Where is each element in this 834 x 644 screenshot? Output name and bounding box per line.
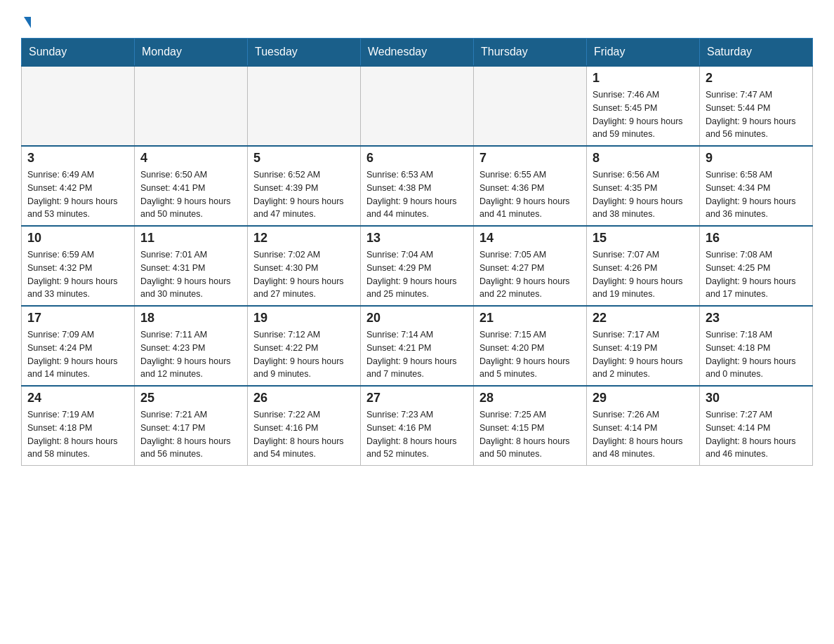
day-cell-empty — [248, 66, 361, 146]
day-cell-14: 14Sunrise: 7:05 AMSunset: 4:27 PMDayligh… — [474, 226, 587, 306]
day-number: 18 — [140, 311, 241, 326]
logo-text — [21, 14, 31, 28]
day-cell-22: 22Sunrise: 7:17 AMSunset: 4:19 PMDayligh… — [587, 306, 700, 386]
day-cell-5: 5Sunrise: 6:52 AMSunset: 4:39 PMDaylight… — [248, 146, 361, 226]
day-cell-empty — [474, 66, 587, 146]
day-info: Sunrise: 7:25 AMSunset: 4:15 PMDaylight:… — [479, 408, 581, 461]
day-number: 12 — [253, 231, 355, 246]
day-number: 20 — [366, 311, 468, 326]
day-number: 16 — [706, 231, 807, 246]
day-cell-30: 30Sunrise: 7:27 AMSunset: 4:14 PMDayligh… — [700, 386, 813, 466]
day-info: Sunrise: 6:55 AMSunset: 4:36 PMDaylight:… — [479, 168, 581, 221]
day-number: 7 — [479, 151, 581, 166]
day-cell-26: 26Sunrise: 7:22 AMSunset: 4:16 PMDayligh… — [248, 386, 361, 466]
day-number: 19 — [253, 311, 355, 326]
day-cell-13: 13Sunrise: 7:04 AMSunset: 4:29 PMDayligh… — [361, 226, 474, 306]
day-number: 4 — [140, 151, 241, 166]
day-info: Sunrise: 7:17 AMSunset: 4:19 PMDaylight:… — [593, 328, 694, 381]
day-cell-27: 27Sunrise: 7:23 AMSunset: 4:16 PMDayligh… — [361, 386, 474, 466]
day-number: 21 — [479, 311, 581, 326]
day-number: 29 — [593, 391, 694, 405]
day-cell-empty — [135, 66, 248, 146]
day-number: 11 — [140, 231, 241, 246]
week-row-1: 1Sunrise: 7:46 AMSunset: 5:45 PMDaylight… — [22, 66, 813, 146]
day-number: 25 — [140, 391, 241, 405]
week-row-5: 24Sunrise: 7:19 AMSunset: 4:18 PMDayligh… — [22, 386, 813, 466]
day-number: 27 — [366, 391, 468, 405]
logo-triangle-icon — [24, 17, 31, 28]
week-row-2: 3Sunrise: 6:49 AMSunset: 4:42 PMDaylight… — [22, 146, 813, 226]
calendar-table: SundayMondayTuesdayWednesdayThursdayFrid… — [21, 38, 813, 466]
day-number: 1 — [593, 71, 694, 86]
day-info: Sunrise: 7:09 AMSunset: 4:24 PMDaylight:… — [27, 328, 128, 381]
day-cell-21: 21Sunrise: 7:15 AMSunset: 4:20 PMDayligh… — [474, 306, 587, 386]
calendar-body: 1Sunrise: 7:46 AMSunset: 5:45 PMDaylight… — [22, 66, 813, 466]
header-friday: Friday — [587, 39, 700, 67]
day-cell-20: 20Sunrise: 7:14 AMSunset: 4:21 PMDayligh… — [361, 306, 474, 386]
calendar-header: SundayMondayTuesdayWednesdayThursdayFrid… — [22, 39, 813, 67]
header-row: SundayMondayTuesdayWednesdayThursdayFrid… — [22, 39, 813, 67]
header-thursday: Thursday — [474, 39, 587, 67]
day-info: Sunrise: 7:01 AMSunset: 4:31 PMDaylight:… — [140, 248, 241, 301]
day-info: Sunrise: 7:05 AMSunset: 4:27 PMDaylight:… — [479, 248, 581, 301]
header-wednesday: Wednesday — [361, 39, 474, 67]
day-number: 28 — [479, 391, 581, 405]
day-cell-2: 2Sunrise: 7:47 AMSunset: 5:44 PMDaylight… — [700, 66, 813, 146]
day-cell-11: 11Sunrise: 7:01 AMSunset: 4:31 PMDayligh… — [135, 226, 248, 306]
day-number: 9 — [706, 151, 807, 166]
day-cell-8: 8Sunrise: 6:56 AMSunset: 4:35 PMDaylight… — [587, 146, 700, 226]
day-info: Sunrise: 7:26 AMSunset: 4:14 PMDaylight:… — [593, 408, 694, 461]
day-number: 17 — [27, 311, 128, 326]
day-info: Sunrise: 6:49 AMSunset: 4:42 PMDaylight:… — [27, 168, 128, 221]
day-cell-6: 6Sunrise: 6:53 AMSunset: 4:38 PMDaylight… — [361, 146, 474, 226]
day-info: Sunrise: 7:07 AMSunset: 4:26 PMDaylight:… — [593, 248, 694, 301]
day-cell-7: 7Sunrise: 6:55 AMSunset: 4:36 PMDaylight… — [474, 146, 587, 226]
day-number: 13 — [366, 231, 468, 246]
header-monday: Monday — [135, 39, 248, 67]
day-cell-29: 29Sunrise: 7:26 AMSunset: 4:14 PMDayligh… — [587, 386, 700, 466]
day-info: Sunrise: 7:18 AMSunset: 4:18 PMDaylight:… — [706, 328, 807, 381]
day-number: 22 — [593, 311, 694, 326]
day-cell-16: 16Sunrise: 7:08 AMSunset: 4:25 PMDayligh… — [700, 226, 813, 306]
day-number: 23 — [706, 311, 807, 326]
day-info: Sunrise: 7:14 AMSunset: 4:21 PMDaylight:… — [366, 328, 468, 381]
day-number: 26 — [253, 391, 355, 405]
day-number: 5 — [253, 151, 355, 166]
day-cell-10: 10Sunrise: 6:59 AMSunset: 4:32 PMDayligh… — [22, 226, 135, 306]
day-cell-17: 17Sunrise: 7:09 AMSunset: 4:24 PMDayligh… — [22, 306, 135, 386]
day-cell-3: 3Sunrise: 6:49 AMSunset: 4:42 PMDaylight… — [22, 146, 135, 226]
day-info: Sunrise: 6:53 AMSunset: 4:38 PMDaylight:… — [366, 168, 468, 221]
day-info: Sunrise: 7:47 AMSunset: 5:44 PMDaylight:… — [706, 88, 807, 141]
day-cell-18: 18Sunrise: 7:11 AMSunset: 4:23 PMDayligh… — [135, 306, 248, 386]
day-cell-23: 23Sunrise: 7:18 AMSunset: 4:18 PMDayligh… — [700, 306, 813, 386]
day-cell-28: 28Sunrise: 7:25 AMSunset: 4:15 PMDayligh… — [474, 386, 587, 466]
header-sunday: Sunday — [22, 39, 135, 67]
day-info: Sunrise: 7:12 AMSunset: 4:22 PMDaylight:… — [253, 328, 355, 381]
week-row-3: 10Sunrise: 6:59 AMSunset: 4:32 PMDayligh… — [22, 226, 813, 306]
day-cell-4: 4Sunrise: 6:50 AMSunset: 4:41 PMDaylight… — [135, 146, 248, 226]
day-number: 8 — [593, 151, 694, 166]
day-cell-15: 15Sunrise: 7:07 AMSunset: 4:26 PMDayligh… — [587, 226, 700, 306]
day-info: Sunrise: 7:04 AMSunset: 4:29 PMDaylight:… — [366, 248, 468, 301]
week-row-4: 17Sunrise: 7:09 AMSunset: 4:24 PMDayligh… — [22, 306, 813, 386]
day-cell-24: 24Sunrise: 7:19 AMSunset: 4:18 PMDayligh… — [22, 386, 135, 466]
logo — [21, 14, 31, 25]
day-cell-9: 9Sunrise: 6:58 AMSunset: 4:34 PMDaylight… — [700, 146, 813, 226]
day-info: Sunrise: 6:52 AMSunset: 4:39 PMDaylight:… — [253, 168, 355, 221]
day-number: 6 — [366, 151, 468, 166]
day-info: Sunrise: 7:19 AMSunset: 4:18 PMDaylight:… — [27, 408, 128, 461]
day-number: 3 — [27, 151, 128, 166]
day-info: Sunrise: 7:27 AMSunset: 4:14 PMDaylight:… — [706, 408, 807, 461]
day-number: 10 — [27, 231, 128, 246]
day-number: 24 — [27, 391, 128, 405]
day-info: Sunrise: 6:59 AMSunset: 4:32 PMDaylight:… — [27, 248, 128, 301]
day-number: 30 — [706, 391, 807, 405]
day-info: Sunrise: 7:23 AMSunset: 4:16 PMDaylight:… — [366, 408, 468, 461]
day-cell-1: 1Sunrise: 7:46 AMSunset: 5:45 PMDaylight… — [587, 66, 700, 146]
page-header — [21, 14, 813, 25]
day-number: 2 — [706, 71, 807, 86]
day-number: 14 — [479, 231, 581, 246]
day-cell-empty — [22, 66, 135, 146]
header-tuesday: Tuesday — [248, 39, 361, 67]
day-info: Sunrise: 6:50 AMSunset: 4:41 PMDaylight:… — [140, 168, 241, 221]
